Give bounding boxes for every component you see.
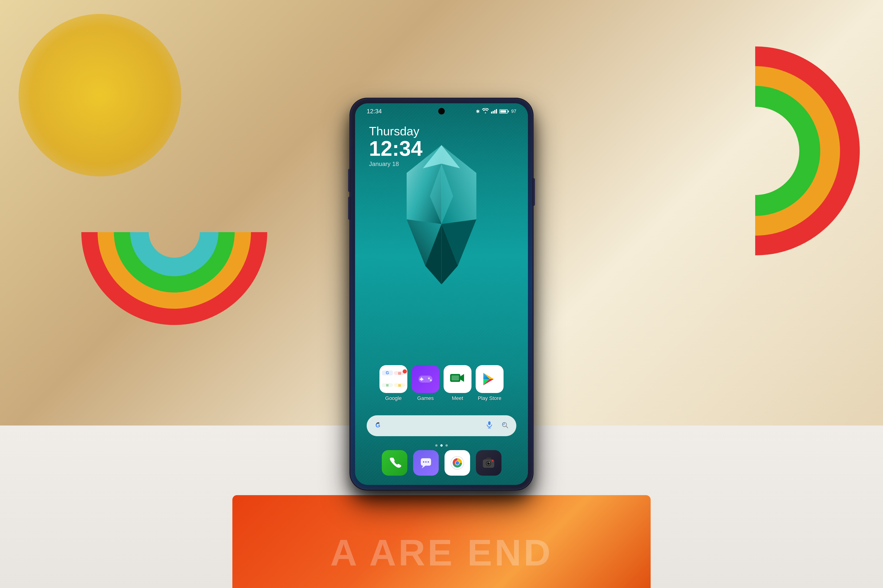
status-time: 12:34 — [367, 108, 382, 115]
yellow-circle-bg — [19, 14, 181, 176]
dock-phone[interactable] — [382, 450, 407, 476]
power-button[interactable] — [532, 178, 535, 206]
search-bar[interactable]: G — [367, 415, 516, 436]
phone-container: 12:34 ✱ — [351, 99, 532, 489]
camera-hole — [438, 108, 445, 114]
games-icon — [412, 365, 439, 393]
svg-point-11 — [428, 378, 430, 379]
meet-icon — [444, 365, 471, 393]
status-icons: ✱ — [476, 108, 516, 115]
battery-icon — [499, 110, 509, 114]
wifi-icon — [482, 108, 489, 115]
svg-point-26 — [425, 461, 427, 463]
clock-time: 12:34 — [369, 138, 423, 159]
meet-label: Meet — [452, 395, 463, 401]
page-dot — [435, 444, 438, 447]
svg-rect-15 — [451, 375, 459, 381]
dock-messages[interactable] — [413, 450, 439, 476]
playstore-icon — [476, 365, 504, 393]
clock-date: January 18 — [369, 160, 423, 168]
google-label: Google — [385, 395, 402, 401]
rainbow-right — [651, 46, 860, 255]
apps-row: G ▤ ⊞ ▦ Google — [355, 365, 528, 401]
page-indicator — [435, 444, 448, 447]
svg-point-36 — [487, 462, 490, 465]
svg-point-27 — [427, 461, 429, 463]
page-dot — [445, 444, 448, 447]
page-dot-active — [440, 444, 443, 447]
volume-up-button[interactable] — [348, 169, 351, 192]
svg-text:G: G — [376, 422, 380, 429]
svg-point-31 — [456, 461, 459, 465]
app-meet[interactable]: Meet — [444, 365, 471, 401]
app-playstore[interactable]: Play Store — [476, 365, 504, 401]
app-google[interactable]: G ▤ ⊞ ▦ Google — [379, 365, 407, 401]
svg-line-22 — [506, 426, 508, 428]
app-games[interactable]: Games — [412, 365, 439, 401]
google-folder-icon: G ▤ ⊞ ▦ — [379, 365, 407, 393]
volume-down-button[interactable] — [348, 196, 351, 220]
svg-marker-14 — [460, 374, 464, 382]
svg-marker-24 — [422, 466, 426, 468]
dock-camera[interactable] — [476, 450, 501, 476]
book-text: A ARE END — [330, 531, 553, 574]
svg-rect-10 — [420, 379, 423, 380]
games-label: Games — [417, 395, 434, 401]
svg-rect-17 — [488, 422, 490, 425]
clock-day: Thursday — [369, 124, 423, 138]
svg-point-37 — [489, 462, 490, 463]
book: A ARE END — [232, 495, 651, 588]
bluetooth-icon: ✱ — [476, 109, 480, 114]
signal-bars — [491, 109, 497, 114]
svg-point-12 — [430, 379, 432, 381]
google-g-icon: G — [374, 420, 384, 431]
svg-marker-33 — [486, 458, 492, 459]
search-mic-icon[interactable] — [485, 420, 493, 431]
svg-point-25 — [423, 461, 424, 463]
clock-widget: Thursday 12:34 January 18 — [369, 124, 423, 168]
svg-point-38 — [492, 460, 493, 462]
dock-chrome[interactable] — [445, 450, 470, 476]
search-lens-icon[interactable] — [501, 421, 509, 430]
playstore-label: Play Store — [478, 395, 501, 401]
dock — [355, 450, 528, 476]
battery-percent: 97 — [511, 109, 516, 114]
phone-body: 12:34 ✱ — [351, 99, 532, 489]
phone-screen: 12:34 ✱ — [355, 103, 528, 485]
